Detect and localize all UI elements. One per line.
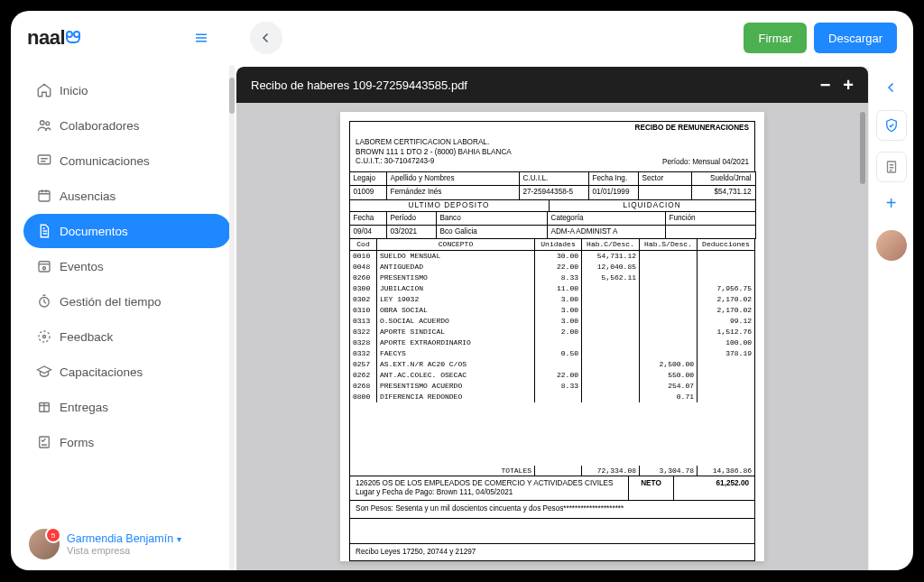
sidebar-item-ausencias[interactable]: Ausencias [23, 179, 231, 213]
rail-document-button[interactable] [876, 152, 907, 182]
back-button[interactable] [250, 22, 282, 54]
h-categoria: Categoría [547, 211, 666, 226]
sidebar-item-label: Forms [60, 436, 94, 449]
rail-add-button[interactable]: + [886, 193, 897, 214]
zoom-in-button[interactable]: + [843, 76, 854, 94]
th-habc: Hab.C/Desc. [582, 238, 640, 250]
document-viewer: Recibo de haberes 109-27259443585.pdf − … [236, 65, 913, 570]
liquidacion-title: LIQUIDACION [549, 199, 756, 212]
v-legajo: 01009 [349, 185, 387, 199]
svg-rect-6 [39, 191, 50, 201]
form-icon [36, 434, 60, 450]
logo-glyph-icon [66, 34, 80, 43]
people-icon [36, 117, 60, 134]
concept-row: 0310OBRA SOCIAL3.002,170.02 [350, 305, 755, 316]
sidebar-item-entregas[interactable]: Entregas [23, 390, 231, 424]
concepts-table: Cod CONCEPTO Unidades Hab.C/Desc. Hab.S/… [349, 238, 755, 476]
h-dep-banco: Banco [436, 211, 548, 226]
zoom-out-button[interactable]: − [820, 76, 831, 94]
v-dep-banco: Bco Galicia [436, 225, 548, 239]
document-icon [36, 223, 60, 239]
sidebar-item-label: Documentos [60, 225, 128, 238]
v-nombre: Fernández Inés [386, 185, 520, 199]
rail-security-button[interactable] [876, 110, 907, 141]
user-subtitle: Vista empresa [67, 545, 181, 556]
th-unid: Unidades [535, 238, 582, 250]
home-icon [36, 82, 60, 98]
h-cuil: C.U.I.L. [519, 171, 589, 186]
concept-row: 0048ANTIGUEDAD22.0012,040.85 [350, 262, 755, 273]
sidebar-item-tiempo[interactable]: Gestión del tiempo [23, 284, 231, 319]
h-sector: Sector [638, 171, 692, 186]
sidebar-item-forms[interactable]: Forms [23, 425, 231, 459]
deposito-title: ULTIMO DEPOSITO [349, 199, 550, 212]
svg-point-10 [39, 331, 50, 342]
clock-icon [36, 293, 60, 309]
viewer-header: Recibo de haberes 109-27259443585.pdf − … [236, 67, 868, 103]
concept-row: 0260PRESENTISMO8.335,562.11 [350, 273, 755, 283]
sidebar-item-label: Inicio [60, 84, 88, 97]
sidebar-item-label: Capacitaciones [60, 365, 143, 379]
user-name: Garmendia Benjamín [67, 532, 173, 545]
download-button[interactable]: Descargar [814, 23, 897, 53]
concept-row: 0313O.SOCIAL ACUERDO3.0099.12 [350, 316, 755, 327]
feedback-icon [36, 328, 60, 345]
h-funcion: Función [665, 211, 756, 226]
concept-row: 0332FAECYS0.50378.19 [350, 348, 755, 359]
sidebar-item-feedback[interactable]: Feedback [23, 319, 231, 354]
v-fecha-ing: 01/01/1999 [588, 185, 639, 199]
v-sueldo: $54,731.12 [691, 185, 756, 199]
concept-row: 0257AS.EXT.N/R AC20 C/OS2,500.00 [350, 359, 755, 370]
svg-rect-5 [38, 155, 51, 164]
v-cuil: 27-25944358-5 [519, 185, 589, 199]
neto-convenio: 126205 OS DE LOS EMPLEADOS DE COMERCIO Y… [356, 479, 623, 488]
v-dep-fecha: 09/04 [349, 225, 387, 239]
recibo-page: RECIBO DE REMUNERACIONES LABOREM CERTIFI… [340, 112, 764, 561]
recibo-cuit: C.U.I.T.: 30-71047243-9 [356, 157, 605, 166]
logo[interactable]: naal [27, 26, 80, 50]
sidebar-item-label: Colaboradores [60, 119, 140, 133]
rail-collapse-button[interactable] [883, 79, 900, 99]
h-sueldo: Sueldo/Jrnal [691, 171, 756, 186]
right-rail: + [868, 67, 913, 570]
calendar-icon [36, 188, 60, 204]
chat-icon [36, 152, 60, 169]
recibo-doc-title: RECIBO DE REMUNERACIONES [350, 122, 754, 134]
recibo-periodo: Período: Mensual 04/2021 [615, 158, 749, 167]
h-nombre: Apellido y Nombres [386, 171, 520, 186]
en-letras: Son Pesos: Sesenta y un mil doscientos c… [349, 501, 755, 518]
sidebar-item-capacitaciones[interactable]: Capacitaciones [23, 355, 231, 389]
h-dep-periodo: Período [386, 211, 437, 226]
sidebar-item-label: Entregas [60, 401, 108, 414]
concept-row: 0268PRESENTISMO ACUERDO8.33254.07 [350, 381, 755, 392]
h-dep-fecha: Fecha [349, 211, 387, 226]
recibo-leyes: Recibo Leyes 17250, 20744 y 21297 [349, 544, 755, 561]
sign-button[interactable]: Firmar [744, 23, 807, 53]
caret-down-icon: ▾ [177, 534, 181, 544]
sidebar-item-eventos[interactable]: Eventos [23, 249, 231, 283]
user-block[interactable]: Garmendia Benjamín▾ Vista empresa [23, 520, 231, 563]
th-habs: Hab.S/Desc. [640, 238, 698, 250]
sidebar-item-inicio[interactable]: Inicio [23, 73, 231, 107]
user-avatar-icon [29, 529, 60, 559]
document-title: Recibo de haberes 109-27259443585.pdf [251, 79, 467, 92]
concept-row: 0302LEY 190323.002,170.02 [350, 294, 755, 305]
sidebar-scroll-thumb[interactable] [229, 78, 235, 114]
v-funcion [665, 225, 756, 239]
rail-user-avatar-icon[interactable] [876, 230, 907, 261]
menu-toggle-button[interactable] [189, 25, 214, 51]
v-categoria: ADM-A ADMINIST A [547, 225, 666, 239]
sidebar-item-label: Ausencias [60, 189, 116, 203]
page-scroll-area[interactable]: RECIBO DE REMUNERACIONES LABOREM CERTIFI… [236, 103, 868, 570]
graduation-icon [36, 364, 60, 380]
svg-point-8 [43, 267, 46, 270]
sidebar-item-comunicaciones[interactable]: Comunicaciones [23, 143, 231, 178]
event-icon [36, 258, 60, 274]
neto-value: 61,252.00 [673, 476, 754, 501]
sidebar-item-colaboradores[interactable]: Colaboradores [23, 108, 231, 143]
h-legajo: Legajo [349, 171, 387, 186]
recibo-direccion: BROWN 111 1 DTO 2 - (8000) BAHIA BLANCA [356, 148, 605, 157]
app-window: naal Firmar Descargar Inicio Colaborador… [11, 11, 913, 570]
sidebar-item-documentos[interactable]: Documentos [23, 214, 231, 248]
concept-row: 0328APORTE EXTRAORDINARIO100.00 [350, 337, 755, 348]
